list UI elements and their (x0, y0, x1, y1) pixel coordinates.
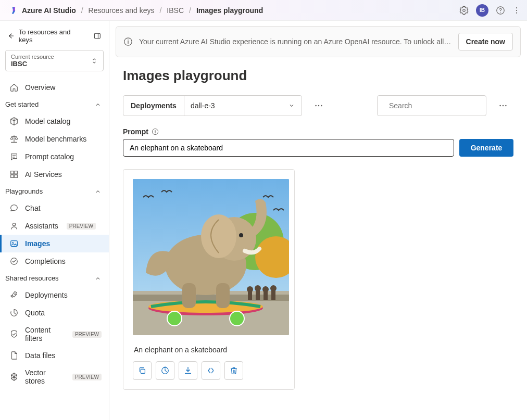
code-icon (206, 366, 216, 375)
svg-rect-37 (216, 283, 230, 308)
svg-point-33 (167, 311, 182, 326)
sidebar-item-vector-stores[interactable]: Vector storesPREVIEW (0, 364, 109, 389)
sidebar-item-chat[interactable]: Chat (0, 199, 109, 217)
info-banner: Your current Azure AI Studio experience … (116, 26, 521, 57)
delete-button[interactable] (224, 361, 243, 380)
result-actions (133, 361, 285, 380)
completions-icon (9, 257, 19, 266)
svg-rect-24 (248, 291, 252, 300)
deployment-value: dall-e-3 (191, 101, 215, 110)
files-icon (9, 351, 19, 360)
variations-icon (160, 366, 170, 375)
settings-icon[interactable] (459, 6, 469, 15)
svg-rect-26 (256, 290, 260, 300)
chevron-up-icon[interactable] (94, 188, 102, 195)
deployments-label: Deployments (123, 96, 184, 116)
quota-icon (9, 308, 19, 317)
copy-icon (137, 366, 147, 375)
variations-button[interactable] (156, 361, 174, 380)
sidebar-item-model-catalog[interactable]: Model catalog (0, 112, 109, 130)
info-icon (123, 37, 133, 46)
result-caption: An elephant on a skateboard (134, 346, 284, 354)
images-icon (9, 239, 19, 248)
resource-selector[interactable]: Current resource IBSC (5, 50, 104, 71)
svg-point-34 (230, 311, 244, 326)
ellipsis-icon (314, 101, 323, 110)
vector-icon (9, 372, 19, 381)
help-icon[interactable] (496, 6, 505, 15)
chat-icon (9, 203, 19, 213)
chevron-down-icon (288, 102, 295, 109)
resource-label: Current resource (11, 54, 54, 60)
sidebar-item-images[interactable]: Images (0, 235, 109, 252)
chevron-up-icon[interactable] (94, 101, 102, 108)
avatar[interactable]: IB (476, 4, 488, 17)
view-code-button[interactable] (202, 361, 220, 380)
sidebar-item-model-benchmarks[interactable]: Model benchmarks (0, 130, 109, 148)
sidebar: To resources and keys Current resource I… (0, 21, 109, 420)
download-button[interactable] (179, 361, 197, 380)
deployments-icon (9, 290, 19, 300)
preview-badge: PREVIEW (67, 223, 96, 230)
section-shared-resources: Shared resources (0, 270, 109, 286)
ellipsis-icon (498, 101, 508, 110)
trash-icon (229, 366, 239, 375)
download-icon (183, 366, 193, 375)
ai-services-icon (9, 170, 19, 179)
sidebar-item-ai-services[interactable]: AI Services (0, 166, 109, 183)
section-playgrounds: Playgrounds (0, 183, 109, 199)
result-card: An elephant on a skateboard (123, 169, 295, 390)
sidebar-item-deployments[interactable]: Deployments (0, 286, 109, 304)
assistants-icon (9, 221, 19, 231)
toolbar-more-button[interactable] (493, 95, 513, 116)
prompt-label-row: Prompt (123, 128, 513, 136)
product-logo (9, 6, 18, 15)
banner-message: Your current Azure AI Studio experience … (139, 37, 452, 46)
more-icon[interactable] (512, 6, 521, 15)
sidebar-item-data-files[interactable]: Data files (0, 347, 109, 364)
breadcrumb-project[interactable]: IBSC (167, 6, 184, 15)
preview-badge: PREVIEW (72, 331, 102, 338)
sidebar-item-completions[interactable]: Completions (0, 252, 109, 270)
app-header: Azure AI Studio / Resources and keys / I… (0, 0, 527, 21)
info-icon[interactable] (152, 128, 159, 135)
search-box[interactable] (377, 95, 486, 116)
page-title: Images playground (123, 68, 513, 84)
filters-icon (9, 329, 19, 339)
create-now-button[interactable]: Create now (458, 33, 513, 50)
breadcrumb-resources[interactable]: Resources and keys (89, 6, 155, 15)
updown-icon (91, 57, 98, 65)
deployment-more-button[interactable] (308, 95, 329, 116)
prompt-catalog-icon (9, 152, 19, 161)
svg-rect-36 (182, 283, 196, 308)
sidebar-item-content-filters[interactable]: Content filtersPREVIEW (0, 322, 109, 347)
prompt-label: Prompt (123, 128, 148, 136)
deployment-selector[interactable]: Deployments dall-e-3 (123, 95, 302, 116)
benchmarks-icon (9, 134, 19, 144)
generate-button[interactable]: Generate (459, 139, 513, 157)
svg-point-39 (201, 214, 236, 258)
generated-image (133, 179, 289, 335)
svg-rect-30 (271, 290, 275, 300)
sidebar-item-assistants[interactable]: AssistantsPREVIEW (0, 217, 109, 235)
preview-badge: PREVIEW (72, 374, 102, 380)
sidebar-item-quota[interactable]: Quota (0, 304, 109, 322)
chevron-up-icon[interactable] (94, 275, 102, 282)
back-label: To resources and keys (19, 28, 85, 44)
search-input[interactable] (389, 101, 480, 110)
toolbar: Deployments dall-e-3 (123, 95, 513, 116)
back-link[interactable]: To resources and keys (0, 21, 109, 50)
sidebar-item-prompt-catalog[interactable]: Prompt catalog (0, 148, 109, 166)
collapse-panel-icon[interactable] (93, 32, 102, 40)
arrow-left-icon (7, 32, 15, 40)
product-name[interactable]: Azure AI Studio (22, 6, 76, 15)
resource-value: IBSC (11, 60, 54, 68)
sidebar-item-overview[interactable]: Overview (0, 79, 109, 96)
svg-rect-28 (264, 291, 268, 300)
prompt-input[interactable] (123, 139, 454, 157)
breadcrumb-current[interactable]: Images playground (196, 6, 263, 15)
section-get-started: Get started (0, 96, 109, 112)
overview-label: Overview (25, 83, 55, 92)
home-icon (9, 83, 19, 92)
copy-button[interactable] (133, 361, 152, 380)
